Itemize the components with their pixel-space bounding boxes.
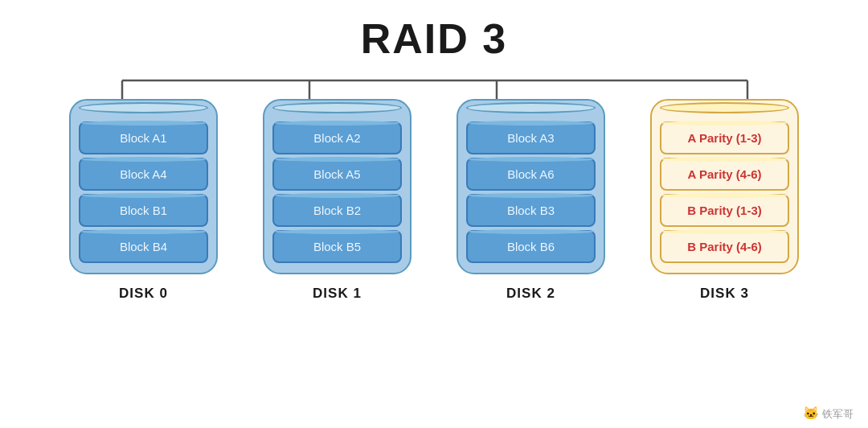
disk-2-label: DISK 2 bbox=[506, 286, 555, 302]
parity-a1-3: A Parity (1-3) bbox=[660, 121, 789, 154]
disk-1-container: Block A2 Block A5 Block B2 Block B5 bbox=[263, 99, 411, 274]
block-a1: Block A1 bbox=[79, 121, 208, 154]
block-a5: Block A5 bbox=[272, 158, 402, 191]
disk-2-cap bbox=[466, 102, 596, 113]
disk-3-label: DISK 3 bbox=[700, 286, 749, 302]
disk-1-cap bbox=[272, 102, 402, 113]
block-a4: Block A4 bbox=[79, 158, 208, 191]
disk-3-container: A Parity (1-3) A Parity (4-6) B Parity (… bbox=[650, 99, 799, 274]
disk-0-group: Block A1 Block A4 Block B1 Block B4 DISK… bbox=[69, 71, 218, 302]
parity-b1-3: B Parity (1-3) bbox=[660, 194, 789, 227]
block-b4: Block B4 bbox=[79, 230, 208, 263]
parity-b4-6: B Parity (4-6) bbox=[660, 230, 789, 263]
block-b5: Block B5 bbox=[272, 230, 402, 263]
watermark: 🐱 铁军哥 bbox=[803, 405, 854, 422]
disk-0-label: DISK 0 bbox=[119, 286, 168, 302]
disk-2-group: Block A3 Block A6 Block B3 Block B6 DISK… bbox=[457, 71, 605, 302]
disk-2-container: Block A3 Block A6 Block B3 Block B6 bbox=[457, 99, 605, 274]
disk-0-container: Block A1 Block A4 Block B1 Block B4 bbox=[69, 99, 218, 274]
disk-0-cap bbox=[79, 102, 208, 113]
disk-1-label: DISK 1 bbox=[313, 286, 362, 302]
block-a6: Block A6 bbox=[466, 158, 596, 191]
block-b6: Block B6 bbox=[466, 230, 596, 263]
block-b2: Block B2 bbox=[272, 194, 402, 227]
disk-3-cap bbox=[660, 102, 789, 113]
disk-1-group: Block A2 Block A5 Block B2 Block B5 DISK… bbox=[263, 71, 411, 302]
block-b1: Block B1 bbox=[79, 194, 208, 227]
block-b3: Block B3 bbox=[466, 194, 596, 227]
block-a3: Block A3 bbox=[466, 121, 596, 154]
block-a2: Block A2 bbox=[272, 121, 402, 154]
disk-3-group: A Parity (1-3) A Parity (4-6) B Parity (… bbox=[650, 71, 799, 302]
page-title: RAID 3 bbox=[0, 0, 868, 63]
parity-a4-6: A Parity (4-6) bbox=[660, 158, 789, 191]
